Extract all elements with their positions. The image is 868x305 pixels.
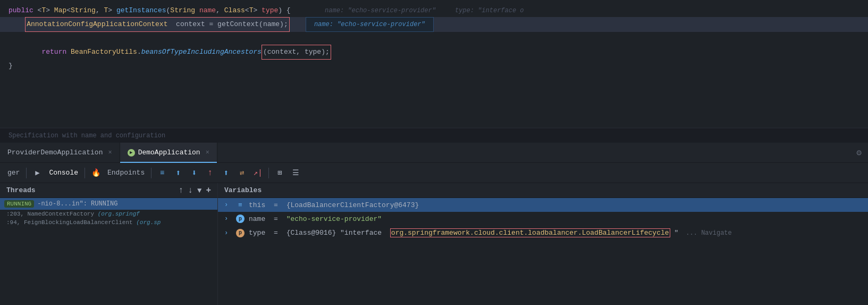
code-plain-9: <	[245, 4, 249, 17]
type-string2: String	[170, 4, 195, 17]
var-type-quote: "	[675, 229, 679, 237]
stack-frame-2-line: :94, FeignBlockingLoadBalancerClient	[6, 219, 133, 226]
var-type-row[interactable]: › p type = {Class@9016} "interface org.s…	[218, 226, 868, 240]
var-name-equals: =	[269, 215, 282, 223]
resume-icon: ≡	[160, 169, 164, 177]
param-type: type	[262, 4, 278, 17]
var-name-value: "echo-service-provider"	[286, 215, 382, 223]
step-out-btn[interactable]: ↑	[203, 166, 217, 180]
type-string: String	[71, 4, 96, 17]
var-name-expand[interactable]: ›	[224, 215, 232, 222]
type-annotation-config: AnnotationConfigApplicationContext	[27, 20, 167, 28]
step-into-btn[interactable]: ⬇	[187, 166, 201, 180]
separator-bar: Specification with name and configuratio…	[0, 128, 868, 143]
endpoints-icon-btn[interactable]: 🔥	[88, 166, 103, 180]
stack-frame-2[interactable]: :94, FeignBlockingLoadBalancerClient (or…	[0, 218, 217, 227]
toolbar-divider-4	[268, 168, 269, 178]
settings-btn[interactable]: ☰	[288, 166, 303, 180]
code-plain-12: context = getContext(name);	[172, 20, 288, 28]
separator-text-label: Specification with name and configuratio…	[9, 132, 165, 139]
variables-panel: Variables › ≡ this = {LoadBalancerClient…	[218, 183, 868, 305]
var-this-icon: ≡	[236, 201, 245, 209]
type-map: Map	[54, 4, 66, 17]
method-getinstances: getInstances	[116, 4, 166, 17]
toolbar-divider-1	[26, 168, 27, 178]
class-beanfactory: BeanFactoryUtils	[71, 46, 137, 59]
var-type-equals: =	[269, 229, 282, 237]
keyword-public: public	[9, 4, 33, 17]
table-icon: ⊞	[277, 168, 282, 177]
code-indent2	[9, 46, 41, 59]
code-line-5: }	[0, 60, 868, 72]
code-line-2: AnnotationConfigApplicationContext conte…	[0, 17, 868, 32]
red-box-line4: (context, type);	[262, 45, 331, 60]
step-over-icon: ⬆	[175, 168, 181, 178]
cursor-target-btn[interactable]: ↗|	[250, 166, 265, 180]
type-class: Class	[224, 4, 245, 17]
toolbar-divider-3	[151, 168, 151, 178]
evaluate-icon: ⇄	[240, 168, 244, 177]
threads-panel: Threads ↑ ↓ ▼ + RUNNING -nio-8...in": RU…	[0, 183, 218, 305]
stack-frame-1[interactable]: :203, NamedContextFactory (org.springf	[0, 210, 217, 218]
tab-provider-close[interactable]: ×	[108, 149, 112, 156]
closing-brace: }	[9, 60, 13, 72]
code-plain-5: >	[108, 4, 116, 17]
tab-provider-demo[interactable]: ProviderDemoApplication ×	[0, 143, 120, 163]
var-this-equals: =	[269, 201, 282, 209]
flame-icon: 🔥	[91, 168, 100, 177]
var-this-expand[interactable]: ›	[224, 201, 232, 209]
code-editor: public < T > Map < String , T > getInsta…	[0, 0, 868, 128]
evaluate-btn[interactable]: ⇄	[234, 166, 249, 180]
var-type-prefix: {Class@9016} "interface	[286, 229, 386, 237]
var-type-navigate[interactable]: ... Navigate	[686, 229, 731, 237]
code-plain-4: ,	[96, 4, 104, 17]
tab-demo-label: DemoApplication	[138, 149, 200, 156]
var-name-icon: p	[236, 215, 245, 223]
tab-demo-close[interactable]: ×	[206, 149, 209, 156]
run-cursor-btn[interactable]: ⬆	[218, 166, 233, 180]
var-type-expand[interactable]: ›	[224, 229, 232, 237]
code-line-1: public < T > Map < String , T > getInsta…	[0, 4, 868, 17]
code-plain-2: >	[46, 4, 54, 17]
tooltip-line1: name: "echo-service-provider" type: "int…	[317, 4, 524, 17]
table-view-btn[interactable]: ⊞	[272, 166, 287, 180]
step-out-icon: ↑	[207, 168, 213, 178]
tab-demo-icon: ▶	[128, 149, 135, 156]
var-type-value-boxed: org.springframework.cloud.client.loadbal…	[390, 228, 670, 237]
code-line-3	[0, 32, 868, 45]
threads-header: Threads ↑ ↓ ▼ +	[0, 183, 217, 198]
settings-icon: ☰	[292, 168, 299, 177]
variables-header: Variables	[218, 183, 868, 198]
var-name-row[interactable]: › p name = "echo-service-provider"	[218, 212, 868, 226]
stack-frame-1-text: :203, NamedContextFactory (org.springf	[6, 211, 140, 217]
toolbar-divider-2	[85, 168, 85, 178]
code-plain-1: <	[33, 4, 42, 17]
tab-provider-label: ProviderDemoApplication	[7, 149, 103, 156]
thread-arrow-up[interactable]: ↑	[179, 186, 184, 195]
param-name: name	[199, 4, 216, 17]
step-over-btn[interactable]: ⬆	[171, 166, 186, 180]
code-plain-13	[66, 46, 71, 59]
run-cursor-icon: ⬆	[223, 168, 229, 178]
code-plain-6: (	[166, 4, 171, 17]
resume-btn[interactable]: ≡	[155, 166, 170, 180]
cursor-target-icon: ↗|	[254, 168, 263, 177]
code-plain-11: ) {	[278, 4, 290, 17]
type-t2: T	[104, 4, 108, 17]
thread-name-label: -nio-8...in": RUNNING	[37, 200, 117, 208]
thread-arrow-down[interactable]: ↓	[188, 186, 193, 195]
method-beansof: beansOfTypeIncludingAncestors	[141, 46, 262, 59]
code-plain-7	[195, 4, 199, 17]
tab-demo-application[interactable]: ▶ DemoApplication ×	[120, 143, 217, 163]
thread-item-1[interactable]: RUNNING -nio-8...in": RUNNING	[0, 198, 217, 210]
thread-filter-icon[interactable]: ▼	[197, 186, 201, 195]
type-t: T	[41, 4, 46, 17]
settings-gear-icon[interactable]: ⚙	[856, 147, 862, 158]
thread-add-icon[interactable]: +	[206, 186, 211, 195]
endpoints-label[interactable]: Endpoints	[104, 169, 148, 177]
console-label[interactable]: Console	[46, 169, 81, 177]
console-button[interactable]: ▶	[30, 166, 45, 180]
var-this-row[interactable]: › ≡ this = {LoadBalancerClientFactory@64…	[218, 198, 868, 212]
console-play-icon: ▶	[35, 168, 39, 177]
red-box-line2: AnnotationConfigApplicationContext conte…	[25, 17, 290, 32]
